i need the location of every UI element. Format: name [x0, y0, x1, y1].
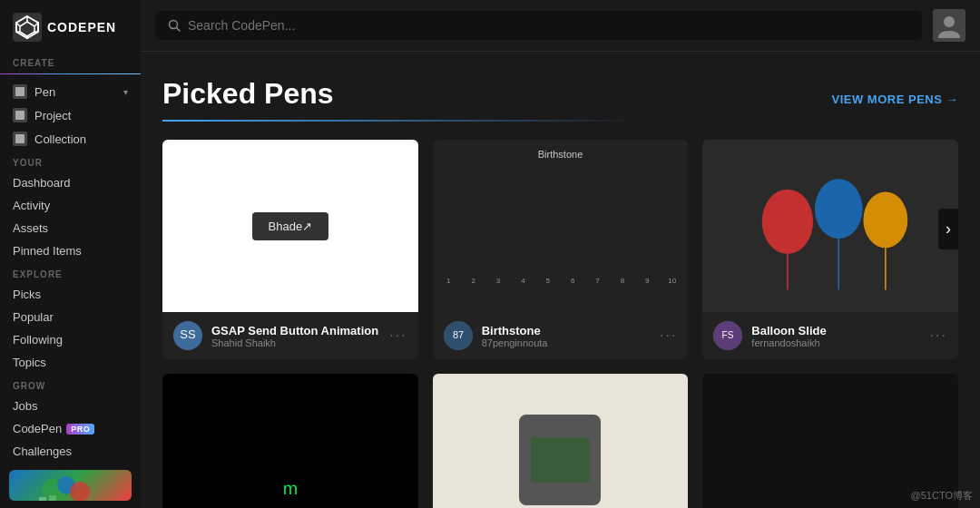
sidebar-item-codepen-pro[interactable]: CodePen PRO [0, 417, 141, 440]
pens-grid-row2: ｍ CD Matrix coder ··· [162, 374, 958, 508]
svg-point-30 [864, 191, 908, 248]
pen-avatar-birthstone: 87 [444, 321, 473, 350]
your-section-label: YOUR [0, 151, 141, 171]
pen-more-button-balloon[interactable]: ··· [930, 327, 947, 344]
pen-card-matrix[interactable]: ｍ CD Matrix coder ··· [162, 374, 418, 508]
project-icon [13, 108, 27, 122]
pen-card-birthstone[interactable]: Birthstone 12345678910 87 Birthstone 87p… [433, 140, 689, 359]
logo-area[interactable]: CODEPEN [0, 0, 141, 51]
sidebar-item-project-label: Project [34, 109, 71, 122]
pen-meta-birthstone: Birthstone 87penginnouta [482, 324, 651, 348]
pen-more-button-gsap[interactable]: ··· [389, 327, 407, 344]
user-avatar[interactable] [933, 9, 965, 42]
svg-rect-8 [15, 87, 24, 96]
pen-info-balloon: FS Balloon Slide fernandoshaikh ··· [702, 312, 958, 359]
section-header: Picked Pens VIEW MORE PENS → [162, 77, 958, 111]
sidebar-item-picks-label: Picks [13, 288, 41, 301]
sidebar-item-topics-label: Topics [13, 356, 46, 369]
sidebar-item-jobs-label: Jobs [13, 399, 37, 413]
chart-bar-item: 2 [463, 275, 484, 285]
pen-info-gsap: SS GSAP Send Button Animation Shahid Sha… [162, 312, 418, 359]
tv-screen [531, 437, 590, 483]
chart-bar-label: 6 [571, 277, 574, 285]
pen-avatar-balloon: FS [713, 321, 742, 350]
chart-bar-item: 10 [662, 275, 682, 285]
pen-meta-balloon: Balloon Slide fernandoshaikh [751, 324, 920, 348]
pen-avatar-gsap: SS [173, 321, 202, 350]
svg-point-26 [762, 190, 813, 254]
sidebar-item-activity[interactable]: Activity [0, 194, 141, 217]
sidebar-item-topics[interactable]: Topics [0, 351, 141, 374]
pen-meta-gsap: GSAP Send Button Animation Shahid Shaikh [211, 324, 380, 348]
chart-bar-label: 7 [595, 277, 599, 285]
sidebar-item-pen[interactable]: Pen ▾ [0, 80, 141, 103]
chart-title: Birthstone [538, 149, 583, 160]
topbar [141, 0, 980, 52]
search-input[interactable] [188, 18, 909, 33]
gsap-btn-label: Bhade↗ [269, 220, 313, 233]
explore-section-label: EXPLORE [0, 262, 141, 283]
search-bar[interactable] [155, 11, 922, 40]
sidebar-item-challenges-label: Challenges [13, 444, 72, 458]
pen-more-button-birthstone[interactable]: ··· [660, 327, 677, 344]
birthstone-chart: Birthstone 12345678910 [433, 140, 689, 312]
svg-rect-16 [49, 495, 56, 501]
chart-bar-label: 1 [446, 277, 450, 285]
sidebar-item-project[interactable]: Project [0, 103, 141, 127]
sidebar-item-dashboard-label: Dashboard [13, 176, 71, 190]
pen-card-empty [702, 374, 958, 508]
sidebar-item-pinned[interactable]: Pinned Items [0, 239, 141, 262]
sidebar-item-collection[interactable]: Collection [0, 127, 141, 151]
pen-card-balloon[interactable]: FS Balloon Slide fernandoshaikh ··· › [702, 140, 958, 359]
pens-grid: Bhade↗ SS GSAP Send Button Animation Sha… [162, 140, 958, 359]
chart-bar-label: 3 [496, 277, 500, 285]
pen-preview-birthstone: Birthstone 12345678910 [433, 140, 689, 312]
pen-preview-matrix: ｍ [162, 374, 418, 508]
section-title: Picked Pens [162, 77, 334, 111]
sidebar-item-jobs[interactable]: Jobs [0, 395, 141, 417]
pro-badge: PRO [66, 424, 94, 435]
page-body: Picked Pens VIEW MORE PENS → Bhade↗ SS [141, 52, 980, 508]
chart-bar-label: 2 [471, 277, 475, 285]
sidebar-item-picks[interactable]: Picks [0, 283, 141, 306]
sidebar-promo-banner[interactable] [9, 470, 132, 501]
chart-bar-label: 4 [521, 277, 524, 285]
sidebar-item-codepen-label: CodePen [13, 422, 62, 435]
svg-text:87: 87 [453, 329, 464, 340]
svg-text:FS: FS [722, 330, 734, 340]
chart-bar-item: 1 [438, 275, 459, 285]
grow-section-label: GROW [0, 374, 141, 395]
pen-card-gsap[interactable]: Bhade↗ SS GSAP Send Button Animation Sha… [162, 140, 418, 359]
chart-bar-item: 8 [612, 275, 632, 285]
view-more-link[interactable]: VIEW MORE PENS → [832, 93, 958, 106]
pen-title-gsap: GSAP Send Button Animation [211, 324, 380, 337]
create-divider [0, 73, 141, 74]
pen-author-gsap: Shahid Shaikh [211, 337, 380, 348]
pen-author-balloon: fernandoshaikh [751, 337, 920, 348]
svg-text:SS: SS [180, 327, 196, 341]
next-arrow-button[interactable]: › [938, 209, 958, 249]
section-underline [162, 120, 958, 122]
svg-line-18 [177, 28, 181, 32]
pen-title-balloon: Balloon Slide [751, 324, 920, 337]
sidebar-item-following[interactable]: Following [0, 328, 141, 351]
sidebar-item-dashboard[interactable]: Dashboard [0, 171, 141, 194]
chart-bar-item: 4 [513, 275, 534, 285]
svg-rect-9 [15, 111, 24, 120]
gsap-preview-content: Bhade↗ [162, 140, 418, 312]
create-section-label: CREATE [0, 51, 141, 72]
pen-preview-balloon [702, 140, 958, 312]
main-content: Picked Pens VIEW MORE PENS → Bhade↗ SS [141, 0, 980, 508]
sidebar-item-assets[interactable]: Assets [0, 217, 141, 239]
chart-bar-label: 5 [546, 277, 550, 285]
chart-bar-label: 10 [668, 277, 676, 285]
sidebar-item-challenges[interactable]: Challenges [0, 440, 141, 463]
search-icon [168, 19, 181, 32]
pen-card-tv[interactable]: DG Retro TV designer ··· [433, 374, 689, 508]
chart-bar-label: 9 [645, 277, 649, 285]
sidebar-item-activity-label: Activity [13, 199, 50, 212]
matrix-char: ｍ [281, 476, 299, 501]
collection-icon [13, 132, 27, 146]
chart-bar-item: 3 [487, 275, 508, 285]
sidebar-item-popular[interactable]: Popular [0, 306, 141, 328]
